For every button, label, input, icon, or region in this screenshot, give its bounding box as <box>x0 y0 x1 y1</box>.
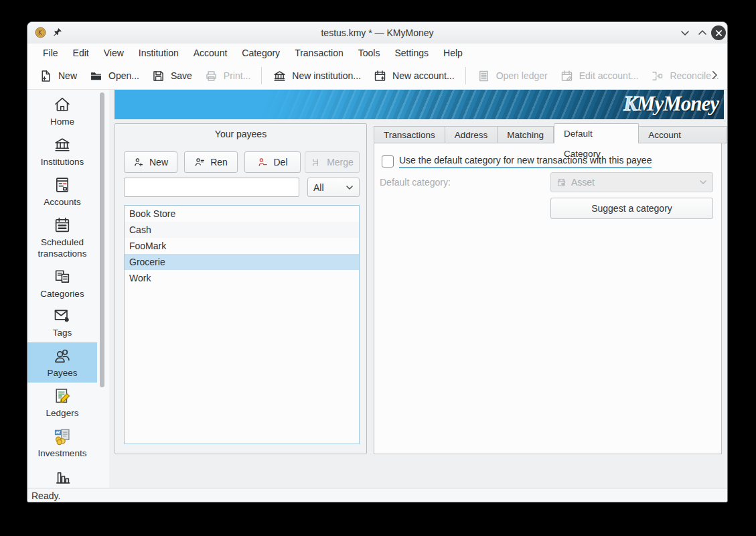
default-category-label: Default category: <box>380 177 451 188</box>
toolbar: New Open... Save Print... New institutio… <box>27 62 727 90</box>
payee-search-input[interactable] <box>124 178 299 197</box>
status-text: Ready. <box>31 490 60 501</box>
maximize-button[interactable] <box>698 29 707 37</box>
ledger-icon <box>477 69 491 83</box>
sidebar-item-categories[interactable]: Categories <box>27 267 97 299</box>
edit-account-icon <box>560 69 574 83</box>
new-file-icon <box>39 69 53 83</box>
tab-matching[interactable]: Matching <box>498 126 554 143</box>
use-default-category-label[interactable]: Use the default category for new transac… <box>399 155 652 168</box>
tab-transactions[interactable]: Transactions <box>374 126 445 143</box>
minimize-button[interactable] <box>680 29 690 37</box>
kmymoney-banner: KMyMoney <box>115 90 724 119</box>
toolbar-new-institution-button[interactable]: New institution... <box>267 65 367 87</box>
view-sidebar: Home Institutions Accounts Scheduled tra… <box>27 90 109 488</box>
menu-settings[interactable]: Settings <box>387 45 436 61</box>
toolbar-overflow-button[interactable] <box>708 68 721 82</box>
menu-category[interactable]: Category <box>234 45 287 61</box>
main-area: Home Institutions Accounts Scheduled tra… <box>27 90 727 488</box>
toolbar-separator <box>261 67 262 84</box>
menu-edit[interactable]: Edit <box>66 45 96 61</box>
new-account-icon <box>373 69 387 83</box>
print-icon <box>204 69 218 83</box>
sidebar-item-scheduled-transactions[interactable]: Scheduled transactions <box>27 216 97 259</box>
ledgers-icon <box>27 387 97 405</box>
sidebar-item-ledgers[interactable]: Ledgers <box>27 387 97 419</box>
person-remove-icon <box>257 157 269 168</box>
kmymoney-window: testus.kmy * — KMyMoney File Edit View I… <box>27 21 728 503</box>
bank-icon <box>273 69 287 83</box>
toolbar-new-button[interactable]: New <box>33 65 83 87</box>
sidebar-scrollbar[interactable] <box>100 92 104 387</box>
toolbar-edit-account-button: Edit account... <box>554 65 645 87</box>
accounts-icon <box>27 176 97 194</box>
suggest-category-button[interactable]: Suggest a category <box>550 198 713 219</box>
kmymoney-logo: KMyMoney <box>623 92 719 116</box>
close-button[interactable] <box>711 25 726 40</box>
menu-account[interactable]: Account <box>186 45 235 61</box>
chevron-right-icon <box>708 68 721 82</box>
home-icon <box>27 95 97 114</box>
tab-account-numbers[interactable]: Account Numbers <box>639 126 727 143</box>
default-category-combobox: Asset <box>550 172 713 192</box>
payees-panel-title: Your payees <box>115 129 366 139</box>
merge-payees-button: Merge <box>305 151 360 173</box>
sidebar-item-home[interactable]: Home <box>27 95 97 127</box>
window-title: testus.kmy * — KMyMoney <box>27 22 727 44</box>
payee-list: Book Store Cash FooMark Grocerie Work <box>124 205 360 444</box>
toolbar-save-button[interactable]: Save <box>145 65 198 87</box>
default-category-panel: Use the default category for new transac… <box>374 143 722 454</box>
tags-icon <box>27 306 97 325</box>
menu-transaction[interactable]: Transaction <box>287 45 351 61</box>
delete-payee-button[interactable]: Del <box>244 151 301 173</box>
merge-icon <box>311 157 322 168</box>
menu-help[interactable]: Help <box>436 45 470 61</box>
payees-panel: Your payees New Ren Del Merge All <box>115 123 367 454</box>
chevron-down-icon <box>699 179 707 186</box>
sidebar-item-institutions[interactable]: Institutions <box>27 135 97 168</box>
rename-payee-button[interactable]: Ren <box>184 151 238 173</box>
toolbar-open-ledger-button: Open ledger <box>471 65 554 87</box>
institutions-icon <box>27 135 97 154</box>
menu-institution[interactable]: Institution <box>131 45 186 61</box>
menu-file[interactable]: File <box>35 45 66 61</box>
new-payee-button[interactable]: New <box>124 151 177 173</box>
payee-filter-combobox[interactable]: All <box>307 178 360 197</box>
chevron-down-icon <box>346 184 354 191</box>
use-default-category-row: Use the default category for new transac… <box>382 155 652 168</box>
sidebar-item-tags[interactable]: Tags <box>27 306 97 338</box>
sidebar-item-investments[interactable]: Investments <box>27 427 97 459</box>
category-icon <box>556 178 566 188</box>
sidebar-item-reports[interactable] <box>27 467 97 488</box>
payee-detail-tabs: Transactions Address Matching Default Ca… <box>374 125 727 143</box>
save-icon <box>151 69 165 83</box>
status-bar: Ready. <box>27 488 727 503</box>
use-default-category-checkbox[interactable] <box>382 155 394 168</box>
payees-icon <box>27 346 97 365</box>
payee-row[interactable]: Cash <box>125 222 359 238</box>
menu-tools[interactable]: Tools <box>351 45 388 61</box>
investments-icon <box>27 427 97 446</box>
titlebar[interactable]: testus.kmy * — KMyMoney <box>27 22 727 44</box>
reconcile-icon <box>650 69 664 83</box>
tab-address[interactable]: Address <box>445 126 498 143</box>
payee-row[interactable]: Work <box>125 270 359 286</box>
payee-row[interactable]: Book Store <box>125 206 359 222</box>
sidebar-item-payees[interactable]: Payees <box>27 342 97 383</box>
reports-icon <box>27 467 97 486</box>
toolbar-separator <box>465 67 466 84</box>
person-rename-icon <box>194 157 206 168</box>
payee-row-selected[interactable]: Grocerie <box>125 254 359 270</box>
tab-default-category[interactable]: Default Category <box>554 123 639 143</box>
menu-view[interactable]: View <box>96 45 131 61</box>
toolbar-new-account-button[interactable]: New account... <box>367 65 461 87</box>
categories-icon <box>27 267 97 286</box>
menubar: File Edit View Institution Account Categ… <box>27 44 727 62</box>
sidebar-item-accounts[interactable]: Accounts <box>27 176 97 208</box>
open-folder-icon <box>89 69 103 83</box>
scheduled-icon <box>27 216 97 234</box>
toolbar-print-button: Print... <box>198 65 256 87</box>
payee-row[interactable]: FooMark <box>125 238 359 254</box>
person-add-icon <box>133 157 145 168</box>
toolbar-open-button[interactable]: Open... <box>83 65 145 87</box>
